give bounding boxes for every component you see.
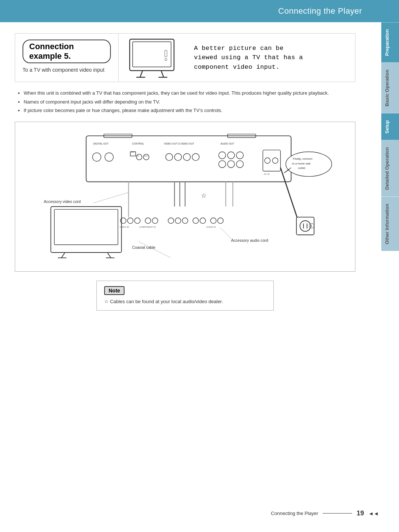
svg-text:COMPONENT IN: COMPONENT IN [139, 226, 156, 228]
svg-point-35 [272, 157, 278, 163]
svg-text:DIGITAL OUT: DIGITAL OUT [93, 142, 108, 145]
connection-description: A better picture can beviewed using a TV… [194, 44, 303, 72]
svg-point-27 [219, 152, 226, 159]
svg-point-65 [175, 218, 181, 223]
svg-point-62 [145, 218, 151, 223]
footer-divider [323, 513, 352, 514]
svg-point-23 [166, 153, 173, 160]
svg-point-25 [183, 153, 190, 160]
tab-other-information[interactable]: Other Information [381, 197, 399, 251]
svg-point-70 [218, 218, 223, 223]
connection-example-box: Connection example 5. To a TV with compo… [15, 33, 355, 82]
bullet-list: When this unit is combined with a TV tha… [15, 89, 355, 114]
svg-text:ⓘ: ⓘ [309, 223, 314, 229]
svg-text:to a home wall: to a home wall [292, 162, 311, 165]
tab-setup[interactable]: Setup [381, 113, 399, 140]
bullet-item: Names of component input jacks will diff… [24, 98, 355, 106]
bullet-section: When this unit is combined with a TV tha… [15, 89, 355, 114]
footer-page: 19 [357, 509, 364, 517]
svg-text:☆: ☆ [201, 192, 207, 199]
svg-rect-54 [54, 209, 118, 245]
svg-text:AUDIO IN: AUDIO IN [206, 226, 215, 228]
svg-point-66 [182, 218, 188, 223]
tab-detailed-operation[interactable]: Detailed Operation [381, 140, 399, 197]
svg-text:IN: IN [137, 155, 139, 157]
svg-rect-0 [130, 39, 174, 71]
svg-text:AUDIO OUT: AUDIO OUT [221, 142, 234, 145]
note-header: Note [104, 286, 125, 295]
svg-point-68 [200, 218, 205, 223]
svg-point-63 [152, 218, 158, 223]
connection-subtitle: To a TV with component video input [23, 67, 111, 73]
svg-line-55 [61, 253, 65, 258]
svg-text:OUT: OUT [144, 155, 148, 157]
svg-rect-53 [51, 206, 122, 252]
diagram-box: DIGITAL OUT CONTROL VIDEO OUT S-VIDEO OU… [15, 122, 355, 272]
footer: Connecting the Player 19 ◄◄ [271, 509, 379, 517]
svg-point-69 [211, 218, 216, 223]
svg-line-56 [108, 253, 111, 258]
svg-point-15 [92, 153, 101, 161]
note-text: ☆ Cables can be found at your local audi… [104, 298, 266, 305]
svg-point-30 [219, 160, 226, 167]
svg-text:outlet.: outlet. [298, 166, 306, 170]
footer-arrow-icon: ◄◄ [368, 511, 379, 516]
svg-point-64 [168, 218, 174, 223]
svg-point-29 [236, 152, 243, 159]
svg-point-61 [134, 218, 140, 223]
svg-point-7 [165, 58, 167, 61]
header-bar: Connecting the Player [0, 0, 399, 22]
svg-text:AC IN: AC IN [264, 173, 269, 175]
svg-line-78 [221, 228, 231, 238]
note-section: Note ☆ Cables can be found at your local… [15, 281, 355, 311]
svg-line-3 [161, 71, 164, 77]
tab-preparation[interactable]: Preparation [381, 22, 399, 62]
svg-line-2 [140, 71, 143, 77]
tab-basic-operation[interactable]: Basic Operation [381, 62, 399, 113]
connection-left: Connection example 5. To a TV with compo… [15, 34, 119, 82]
svg-text:VIDEO OUT  S-VIDEO OUT: VIDEO OUT S-VIDEO OUT [164, 142, 194, 145]
svg-line-77 [93, 192, 129, 203]
bullet-item: If picture color becomes pale or hue cha… [24, 107, 355, 114]
tv-illustration [126, 37, 178, 78]
svg-text:CONTROL: CONTROL [132, 142, 144, 145]
svg-line-76 [139, 242, 171, 258]
svg-rect-1 [133, 42, 171, 67]
connection-title: Connection example 5. [23, 40, 111, 63]
svg-rect-6 [165, 50, 167, 57]
svg-text:VIDEO IN: VIDEO IN [120, 226, 129, 228]
accessory-video-cord-label: Accessory video cord [44, 199, 81, 204]
svg-point-16 [105, 153, 113, 161]
footer-label: Connecting the Player [271, 511, 318, 516]
sidebar-tabs: Preparation Basic Operation Setup Detail… [381, 22, 399, 251]
svg-point-26 [192, 153, 199, 160]
note-box: Note ☆ Cables can be found at your local… [96, 281, 274, 311]
accessory-audio-cord-label: Accessory audio cord [231, 238, 268, 243]
coaxial-cable-label: Coaxial cable [132, 245, 156, 250]
svg-point-28 [228, 152, 235, 159]
connection-diagram: DIGITAL OUT CONTROL VIDEO OUT S-VIDEO OU… [23, 129, 348, 262]
svg-text:OFF: OFF [131, 151, 135, 153]
connection-right: A better picture can beviewed using a TV… [185, 34, 355, 82]
svg-line-41 [280, 167, 298, 220]
connection-middle-image [119, 34, 185, 82]
main-content: Connection example 5. To a TV with compo… [15, 33, 377, 311]
svg-point-34 [265, 157, 270, 163]
bullet-item: When this unit is combined with a TV tha… [24, 89, 355, 97]
svg-text:Finally, connect: Finally, connect [293, 157, 313, 160]
svg-point-24 [174, 153, 181, 160]
header-title: Connecting the Player [278, 6, 362, 16]
svg-point-60 [127, 218, 133, 223]
svg-point-32 [236, 160, 243, 167]
svg-point-67 [193, 218, 198, 223]
svg-point-31 [228, 160, 235, 167]
